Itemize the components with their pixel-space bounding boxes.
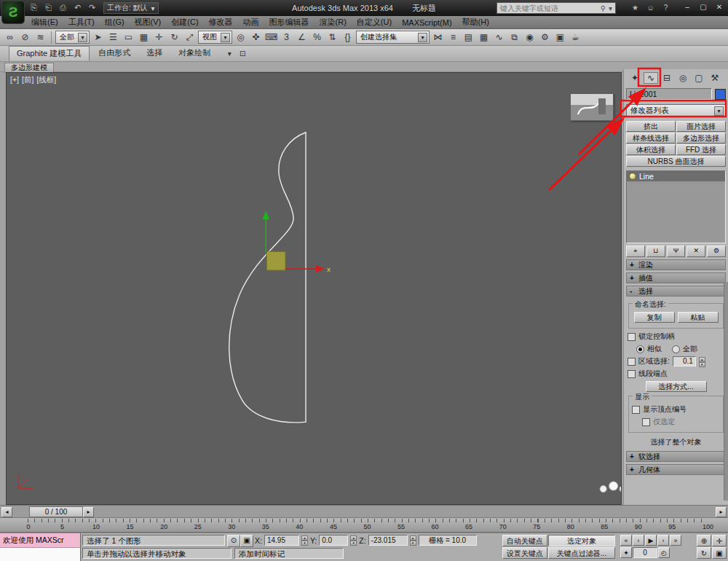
show-end-result-icon[interactable]: ⊔ <box>646 246 665 257</box>
ribbon-tab[interactable]: 对象绘制 <box>171 46 218 61</box>
area-selection-checkbox[interactable] <box>628 358 636 366</box>
orbit-icon[interactable]: ↻ <box>697 547 711 559</box>
viewport-menu-plus[interactable]: [+] <box>10 75 19 85</box>
menu-item[interactable]: 修改器 <box>204 17 238 28</box>
selected-only-checkbox[interactable] <box>642 418 650 426</box>
modifier-set-button[interactable]: 体积选择 <box>626 144 676 155</box>
create-tab[interactable]: ✦ <box>628 72 642 84</box>
rollout-geometry[interactable]: + 几何体 <box>626 464 726 475</box>
modifier-stack[interactable]: Line <box>626 170 726 243</box>
remove-modifier-icon[interactable]: ✕ <box>687 246 705 257</box>
area-threshold-spinner[interactable]: ▴ ▾ <box>699 357 705 366</box>
play-button[interactable]: ▶ <box>645 535 657 546</box>
add-time-tag[interactable]: 添加时间标记 <box>234 548 344 559</box>
y-coord-field[interactable]: 0.0 <box>319 535 348 546</box>
menu-item[interactable]: 帮助(H) <box>457 17 494 28</box>
undo-icon[interactable]: ↶ <box>71 1 84 14</box>
key-filters-button[interactable]: 关键点过滤器... <box>548 547 615 559</box>
workspace-dropdown[interactable]: 工作台: 默认 ▾ <box>103 2 159 14</box>
reference-coordinate-dropdown[interactable]: 视图▾ <box>198 31 232 44</box>
select-and-manipulate-icon[interactable]: ✜ <box>249 31 263 44</box>
z-coord-spinner[interactable]: ▴▾ <box>410 536 416 545</box>
select-and-scale-icon[interactable]: ⤢ <box>183 31 197 44</box>
maxscript-mini-listener[interactable]: 欢迎使用 MAXScr <box>0 533 81 561</box>
named-selection-sets-dropdown[interactable]: 创建选择集▾ <box>356 31 430 44</box>
modifier-set-button[interactable]: 挤出 <box>626 121 676 132</box>
modifier-list-dropdown[interactable]: 修改器列表 ▾ <box>626 104 726 117</box>
selection-lock-toggle[interactable]: ⊙ <box>227 535 240 547</box>
copy-named-selection-button[interactable]: 复制 <box>634 312 675 323</box>
front-viewport[interactable]: [+] [前] [线框] x <box>6 72 622 505</box>
object-color-swatch[interactable] <box>715 89 726 100</box>
selection-filter-dropdown[interactable]: 全部▾ <box>55 31 90 44</box>
ribbon-dropdown-icon[interactable]: ▾ <box>223 48 235 60</box>
viewport-canvas[interactable]: x <box>7 73 621 504</box>
auto-key-button[interactable]: 自动关键点 <box>502 535 547 546</box>
percent-snap-icon[interactable]: % <box>310 31 324 44</box>
select-and-rotate-icon[interactable]: ↻ <box>167 31 181 44</box>
viewport-menu-view[interactable]: [前] <box>22 75 33 85</box>
viewport-nav-dots[interactable] <box>600 482 621 492</box>
time-slider[interactable]: 0 / 100 <box>29 506 83 517</box>
stack-item-line[interactable]: Line <box>627 171 725 181</box>
search-input[interactable] <box>499 4 599 13</box>
rollout-rendering[interactable]: + 渲染 <box>626 259 726 270</box>
lock-handles-checkbox[interactable] <box>628 333 636 341</box>
rendered-frame-icon[interactable]: ▣ <box>553 31 567 44</box>
ribbon-tab[interactable]: Graphite 建模工具 <box>9 46 90 61</box>
rollout-selection[interactable]: - 选择 <box>626 286 726 297</box>
zoom-icon[interactable]: ⊕ <box>697 535 711 546</box>
graphite-toggle-icon[interactable]: ▦ <box>477 31 491 44</box>
window-crossing-icon[interactable]: ▦ <box>137 31 151 44</box>
panel-scrollbar[interactable] <box>724 282 728 501</box>
make-unique-icon[interactable]: Ψ <box>667 246 686 257</box>
search-icon[interactable]: ⚲ <box>599 4 607 12</box>
spline-curve[interactable] <box>229 133 306 423</box>
display-tab[interactable]: ▢ <box>692 72 706 84</box>
unlink-selection-icon[interactable]: ⊘ <box>18 31 32 44</box>
snaps-toggle-icon[interactable]: 3 <box>280 31 293 44</box>
ribbon-tab[interactable]: 选择 <box>139 46 170 61</box>
modify-tab[interactable]: ∿ <box>644 72 658 84</box>
timeline-right-arrow[interactable]: ▸ <box>716 507 727 517</box>
open-file-icon[interactable]: ⎗ <box>42 1 55 14</box>
favorites-icon[interactable]: ★ <box>630 1 641 13</box>
visibility-bulb-icon[interactable] <box>629 173 636 180</box>
edit-named-sets-icon[interactable]: {} <box>341 31 355 44</box>
mirror-icon[interactable]: ⋈ <box>431 31 445 44</box>
timeline-ruler[interactable]: 0510152025303540455055606570758085909510… <box>0 517 728 533</box>
menu-item[interactable]: 创建(C) <box>166 17 203 28</box>
mini-listener-pink-row[interactable]: 欢迎使用 MAXScr <box>0 533 80 548</box>
render-production-icon[interactable]: ☕ <box>569 31 582 44</box>
spinner-down-icon[interactable]: ▾ <box>699 362 705 367</box>
show-vertex-numbers-checkbox[interactable] <box>632 406 640 414</box>
help-search-box[interactable]: ⚲ ▾ <box>496 2 616 14</box>
set-key-button[interactable]: 设置关键点 <box>502 547 547 559</box>
modifier-set-button[interactable]: NURBS 曲面选择 <box>626 156 726 167</box>
modifier-set-button[interactable]: 面片选择 <box>676 121 726 132</box>
angle-snap-icon[interactable]: ∠ <box>295 31 309 44</box>
rollout-interpolation[interactable]: + 插值 <box>626 272 726 283</box>
previous-frame-button[interactable]: ‹ <box>633 535 644 546</box>
ribbon-pin-icon[interactable]: ⊡ <box>237 48 248 60</box>
object-name-field[interactable]: Line001 <box>626 88 712 100</box>
menu-item[interactable]: 工具(T) <box>63 17 100 28</box>
menu-item[interactable]: 动画 <box>238 17 264 28</box>
pin-stack-icon[interactable]: ⌖ <box>626 246 645 257</box>
maximize-viewport-icon[interactable]: ▣ <box>712 547 727 559</box>
modifier-set-button[interactable]: FFD 选择 <box>676 144 726 155</box>
area-threshold-field[interactable]: 0.1 <box>673 356 696 366</box>
select-object-icon[interactable]: ➤ <box>91 31 105 44</box>
modifier-set-button[interactable]: 样条线选择 <box>626 133 676 144</box>
maximize-button[interactable]: ▢ <box>696 1 711 12</box>
time-slider-next-arrow[interactable]: ▸ <box>83 507 94 517</box>
similar-radio[interactable] <box>636 345 644 353</box>
app-logo[interactable]: Ƨ <box>1 1 25 24</box>
keyboard-override-icon[interactable]: ⌨ <box>264 31 278 44</box>
paste-named-selection-button[interactable]: 粘贴 <box>678 312 719 323</box>
x-coord-field[interactable]: 14.95 <box>264 535 299 546</box>
pan-icon[interactable]: ✛ <box>712 535 727 546</box>
x-coord-spinner[interactable]: ▴▾ <box>301 536 308 545</box>
close-button[interactable]: ✕ <box>712 1 727 12</box>
mini-listener-white-row[interactable] <box>0 548 80 561</box>
